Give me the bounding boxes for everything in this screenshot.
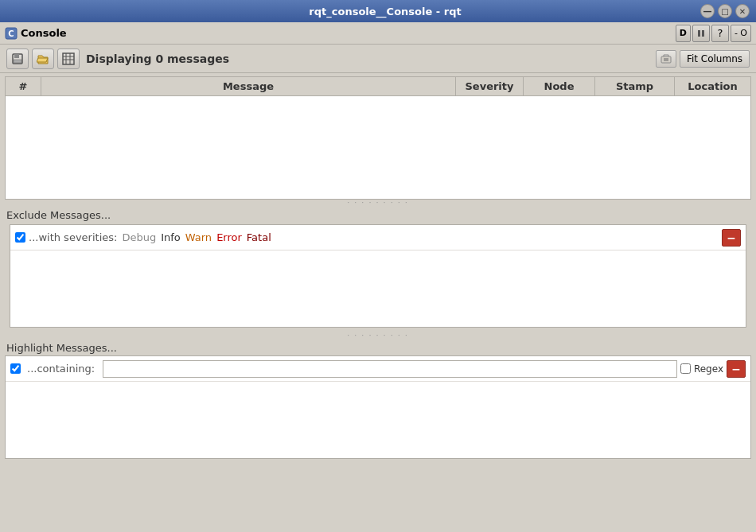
containing-filter-checkbox[interactable] [10,363,21,374]
top-right-section: D ? - O [676,25,751,42]
containing-filter-label: ...containing: [27,363,95,375]
content-area: # Message Severity Node Stamp Location ·… [0,73,756,532]
table-header: # Message Severity Node Stamp Location [6,77,750,96]
exclude-section-label: Exclude Messages... [0,206,756,223]
severity-error: Error [216,231,242,243]
fit-columns-button[interactable]: Fit Columns [680,50,750,68]
col-header-hash: # [6,77,41,95]
exclude-filter-panel: ...with severities: Debug Info Warn Erro… [10,224,746,328]
main-window: C Console D ? - O [0,22,756,532]
console-label: Console [21,27,67,39]
svg-rect-6 [14,60,21,63]
maximize-button[interactable]: □ [718,4,732,18]
close-button[interactable]: ✕ [735,4,750,18]
toolbar: Displaying 0 messages Fit Columns [0,45,756,73]
save-button[interactable] [6,49,29,69]
col-header-location: Location [675,77,750,95]
svg-rect-5 [14,54,19,58]
highlight-filter-panel: ...containing: Regex − [5,355,751,459]
col-header-severity: Severity [456,77,524,95]
col-header-node: Node [524,77,595,95]
containing-input[interactable] [103,360,677,378]
svg-rect-3 [702,30,704,37]
severity-info: Info [161,231,181,243]
clear-button[interactable] [656,50,676,68]
minimize-button[interactable]: ― [700,4,715,18]
severity-filter-row: ...with severities: Debug Info Warn Erro… [10,225,746,250]
severity-filter-label: ...with severities: [29,231,117,243]
resize-handle-2[interactable]: · · · · · · · · · [5,332,751,339]
containing-filter-row: ...containing: Regex − [6,356,750,382]
highlight-remove-button[interactable]: − [727,360,746,378]
severity-tags: Debug Info Warn Error Fatal [122,231,271,243]
severity-warn: Warn [185,231,212,243]
app-icon: C [3,25,19,41]
menu-bar: C Console D ? - O [0,22,756,45]
help-button[interactable]: ? [711,25,729,42]
pause-button[interactable] [692,25,710,42]
svg-text:C: C [8,29,14,38]
table-body[interactable] [6,96,750,199]
open-button[interactable] [32,49,54,69]
exclude-remove-button[interactable]: − [722,229,741,247]
severity-filter-checkbox[interactable] [15,232,25,243]
svg-rect-2 [698,30,700,37]
highlight-section-label: Highlight Messages... [0,339,756,355]
window-controls[interactable]: ― □ ✕ [700,4,750,18]
debug-button[interactable]: D [676,25,691,42]
title-bar: rqt_console__Console - rqt ― □ ✕ [0,0,756,22]
table-button[interactable] [57,49,80,69]
window-title: rqt_console__Console - rqt [70,6,700,17]
col-header-stamp: Stamp [595,77,675,95]
severity-fatal: Fatal [247,231,271,243]
regex-checkbox[interactable] [680,363,691,374]
col-header-message: Message [41,77,456,95]
message-table: # Message Severity Node Stamp Location [5,76,751,200]
svg-rect-7 [63,53,74,64]
resize-handle-1[interactable]: · · · · · · · · · [5,200,751,206]
close-panel-button[interactable]: - O [731,25,751,42]
fit-columns-area: Fit Columns [656,50,750,68]
regex-label: Regex [694,363,723,375]
displaying-text: Displaying 0 messages [86,52,653,65]
regex-area: Regex [680,363,723,375]
severity-debug: Debug [122,231,156,243]
